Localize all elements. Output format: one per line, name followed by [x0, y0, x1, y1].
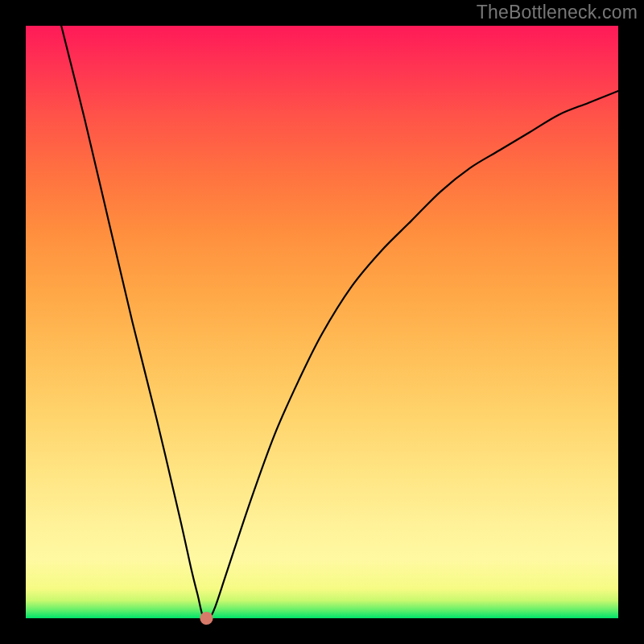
plot-area	[26, 26, 618, 618]
chart-frame: TheBottleneck.com	[0, 0, 644, 644]
optimum-marker	[200, 612, 213, 625]
curve-svg	[26, 26, 618, 618]
bottleneck-curve	[61, 26, 618, 621]
watermark-text: TheBottleneck.com	[477, 2, 638, 23]
